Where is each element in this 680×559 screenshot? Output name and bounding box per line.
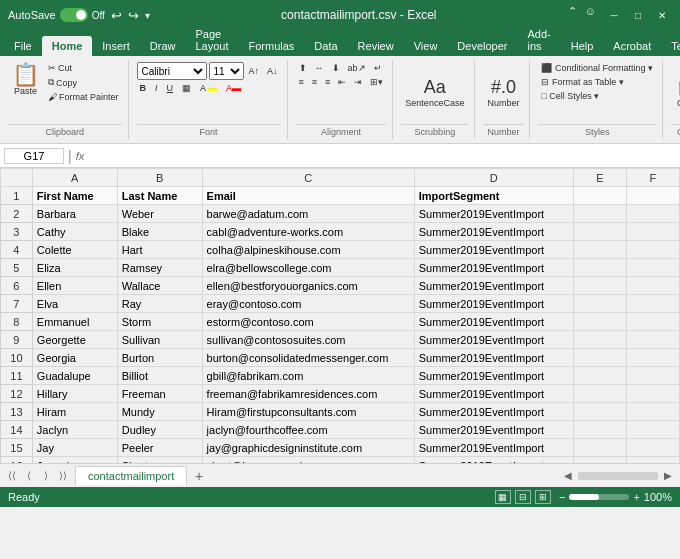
tab-review[interactable]: Review xyxy=(348,36,404,56)
cell-d[interactable]: Summer2019EventImport xyxy=(414,205,573,223)
align-top-button[interactable]: ⬆ xyxy=(296,62,310,74)
italic-button[interactable]: I xyxy=(152,82,161,94)
cell-f1[interactable] xyxy=(626,187,679,205)
row-num[interactable]: 8 xyxy=(1,313,33,331)
cell-b[interactable]: Short xyxy=(117,457,202,464)
horizontal-scrollbar[interactable] xyxy=(578,472,658,480)
align-right-button[interactable]: ≡ xyxy=(322,76,333,88)
tab-file[interactable]: File xyxy=(4,36,42,56)
tab-insert[interactable]: Insert xyxy=(92,36,140,56)
cell-e[interactable] xyxy=(573,295,626,313)
cell-b[interactable]: Sullivan xyxy=(117,331,202,349)
cell-f[interactable] xyxy=(626,349,679,367)
cell-a[interactable]: Guadalupe xyxy=(32,367,117,385)
format-as-table-button[interactable]: ⊟ Format as Table ▾ xyxy=(538,76,626,88)
cell-d[interactable]: Summer2019EventImport xyxy=(414,457,573,464)
cell-e[interactable] xyxy=(573,223,626,241)
paste-button[interactable]: 📋 Paste xyxy=(8,62,43,98)
cell-c[interactable]: gbill@fabrikam.com xyxy=(202,367,414,385)
zoom-control[interactable]: − + 100% xyxy=(559,491,672,503)
cell-f[interactable] xyxy=(626,331,679,349)
cell-d1[interactable]: ImportSegment xyxy=(414,187,573,205)
cell-b[interactable]: Weber xyxy=(117,205,202,223)
border-button[interactable]: ▦ xyxy=(179,82,194,94)
copy-button[interactable]: ⧉Copy xyxy=(45,76,122,89)
cell-d[interactable]: Summer2019EventImport xyxy=(414,277,573,295)
row-num[interactable]: 10 xyxy=(1,349,33,367)
sheet-nav-last[interactable]: ⟩⟩ xyxy=(55,468,71,484)
underline-button[interactable]: U xyxy=(164,82,177,94)
tab-developer[interactable]: Developer xyxy=(447,36,517,56)
font-family-select[interactable]: Calibri xyxy=(137,62,207,80)
cell-d[interactable]: Summer2019EventImport xyxy=(414,367,573,385)
row-num[interactable]: 4 xyxy=(1,241,33,259)
tab-data[interactable]: Data xyxy=(304,36,347,56)
cell-e1[interactable] xyxy=(573,187,626,205)
cell-a[interactable]: Cathy xyxy=(32,223,117,241)
sheet-nav-first[interactable]: ⟨⟨ xyxy=(4,468,20,484)
tab-page-layout[interactable]: Page Layout xyxy=(185,24,238,56)
col-header-e[interactable]: E xyxy=(573,169,626,187)
tab-add-ins[interactable]: Add-ins xyxy=(517,24,560,56)
row-num[interactable]: 11 xyxy=(1,367,33,385)
cell-c[interactable]: colha@alpineskihouse.com xyxy=(202,241,414,259)
cell-d[interactable]: Summer2019EventImport xyxy=(414,385,573,403)
redo-icon[interactable]: ↪ xyxy=(128,8,139,23)
cell-e[interactable] xyxy=(573,259,626,277)
cell-d[interactable]: Summer2019EventImport xyxy=(414,259,573,277)
tab-home[interactable]: Home xyxy=(42,36,93,56)
cell-b[interactable]: Storm xyxy=(117,313,202,331)
cell-e[interactable] xyxy=(573,385,626,403)
tab-view[interactable]: View xyxy=(404,36,448,56)
sheet-nav-prev[interactable]: ⟨ xyxy=(21,468,37,484)
cell-d[interactable]: Summer2019EventImport xyxy=(414,295,573,313)
cell-d[interactable]: Summer2019EventImport xyxy=(414,331,573,349)
cell-f[interactable] xyxy=(626,259,679,277)
cell-e[interactable] xyxy=(573,457,626,464)
cell-a[interactable]: Colette xyxy=(32,241,117,259)
cell-e[interactable] xyxy=(573,349,626,367)
cell-d[interactable]: Summer2019EventImport xyxy=(414,439,573,457)
tab-acrobat[interactable]: Acrobat xyxy=(603,36,661,56)
cell-e[interactable] xyxy=(573,241,626,259)
cell-c[interactable]: freeman@fabrikamresidences.com xyxy=(202,385,414,403)
cell-f[interactable] xyxy=(626,205,679,223)
cell-c[interactable]: eray@contoso.com xyxy=(202,295,414,313)
cell-b[interactable]: Billiot xyxy=(117,367,202,385)
formula-input[interactable] xyxy=(88,149,676,163)
row-num[interactable]: 5 xyxy=(1,259,33,277)
cell-c[interactable]: estorm@contoso.com xyxy=(202,313,414,331)
cell-f[interactable] xyxy=(626,241,679,259)
align-middle-button[interactable]: ↔ xyxy=(312,62,327,74)
feedback-icon[interactable]: ☺ xyxy=(585,5,596,25)
cell-f[interactable] xyxy=(626,367,679,385)
cell-b1[interactable]: Last Name xyxy=(117,187,202,205)
cell-a[interactable]: Elva xyxy=(32,295,117,313)
scroll-left-arrow[interactable]: ◀ xyxy=(560,468,576,484)
align-bottom-button[interactable]: ⬇ xyxy=(329,62,343,74)
cell-f[interactable] xyxy=(626,295,679,313)
minimize-button[interactable]: ─ xyxy=(604,5,624,25)
tab-team[interactable]: Team xyxy=(661,36,680,56)
conditional-formatting-button[interactable]: ⬛ Conditional Formatting ▾ xyxy=(538,62,656,74)
cell-b[interactable]: Peeler xyxy=(117,439,202,457)
wrap-text-button[interactable]: ↵ xyxy=(371,62,385,74)
cell-a[interactable]: Jay xyxy=(32,439,117,457)
row-num[interactable]: 13 xyxy=(1,403,33,421)
cell-c[interactable]: short@humongousinsurance.com xyxy=(202,457,414,464)
cell-d[interactable]: Summer2019EventImport xyxy=(414,313,573,331)
cell-b[interactable]: Freeman xyxy=(117,385,202,403)
zoom-out-icon[interactable]: − xyxy=(559,491,565,503)
font-size-select[interactable]: 11 xyxy=(209,62,244,80)
cell-e[interactable] xyxy=(573,367,626,385)
cell-b[interactable]: Ray xyxy=(117,295,202,313)
cell-c[interactable]: jaclyn@fourthcoffee.com xyxy=(202,421,414,439)
cell-f[interactable] xyxy=(626,403,679,421)
scroll-right-arrow[interactable]: ▶ xyxy=(660,468,676,484)
cell-a[interactable]: Jeannine xyxy=(32,457,117,464)
row-num[interactable]: 14 xyxy=(1,421,33,439)
cell-d[interactable]: Summer2019EventImport xyxy=(414,349,573,367)
sheet-nav-next[interactable]: ⟩ xyxy=(38,468,54,484)
page-layout-view-icon[interactable]: ⊟ xyxy=(515,490,531,504)
cell-e[interactable] xyxy=(573,313,626,331)
